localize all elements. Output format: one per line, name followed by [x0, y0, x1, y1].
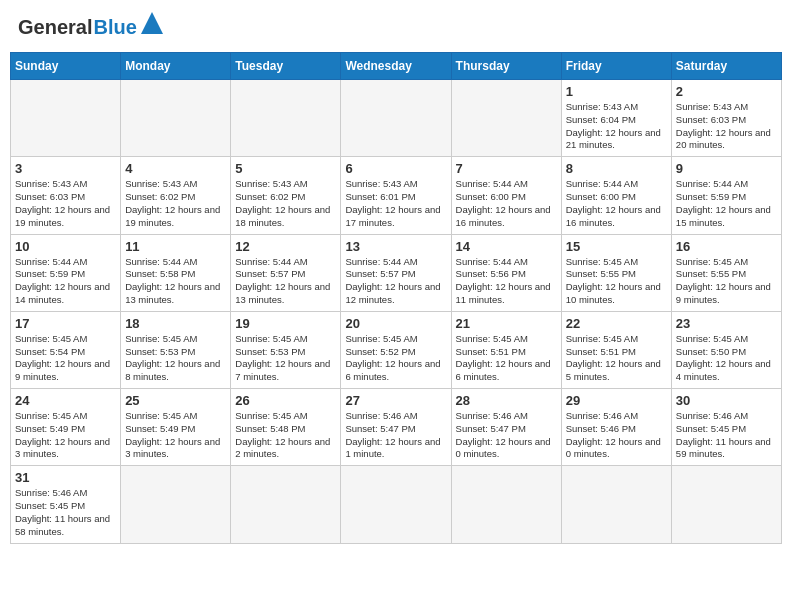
calendar-cell: 8Sunrise: 5:44 AM Sunset: 6:00 PM Daylig… — [561, 157, 671, 234]
calendar-cell — [121, 466, 231, 543]
calendar-cell — [231, 466, 341, 543]
calendar-cell — [561, 466, 671, 543]
calendar-cell: 31Sunrise: 5:46 AM Sunset: 5:45 PM Dayli… — [11, 466, 121, 543]
day-header-tuesday: Tuesday — [231, 53, 341, 80]
day-info: Sunrise: 5:45 AM Sunset: 5:51 PM Dayligh… — [566, 333, 667, 384]
calendar-cell: 7Sunrise: 5:44 AM Sunset: 6:00 PM Daylig… — [451, 157, 561, 234]
day-number: 6 — [345, 161, 446, 176]
day-info: Sunrise: 5:44 AM Sunset: 5:59 PM Dayligh… — [676, 178, 777, 229]
day-number: 11 — [125, 239, 226, 254]
day-number: 31 — [15, 470, 116, 485]
day-info: Sunrise: 5:45 AM Sunset: 5:53 PM Dayligh… — [235, 333, 336, 384]
day-number: 22 — [566, 316, 667, 331]
day-header-thursday: Thursday — [451, 53, 561, 80]
day-number: 10 — [15, 239, 116, 254]
day-info: Sunrise: 5:46 AM Sunset: 5:46 PM Dayligh… — [566, 410, 667, 461]
day-header-wednesday: Wednesday — [341, 53, 451, 80]
calendar-cell: 9Sunrise: 5:44 AM Sunset: 5:59 PM Daylig… — [671, 157, 781, 234]
day-info: Sunrise: 5:44 AM Sunset: 6:00 PM Dayligh… — [456, 178, 557, 229]
day-info: Sunrise: 5:45 AM Sunset: 5:53 PM Dayligh… — [125, 333, 226, 384]
day-number: 26 — [235, 393, 336, 408]
day-info: Sunrise: 5:44 AM Sunset: 5:59 PM Dayligh… — [15, 256, 116, 307]
calendar-cell: 12Sunrise: 5:44 AM Sunset: 5:57 PM Dayli… — [231, 234, 341, 311]
calendar-cell: 24Sunrise: 5:45 AM Sunset: 5:49 PM Dayli… — [11, 389, 121, 466]
day-number: 3 — [15, 161, 116, 176]
day-number: 7 — [456, 161, 557, 176]
calendar-cell: 30Sunrise: 5:46 AM Sunset: 5:45 PM Dayli… — [671, 389, 781, 466]
week-row-1: 1Sunrise: 5:43 AM Sunset: 6:04 PM Daylig… — [11, 80, 782, 157]
day-number: 23 — [676, 316, 777, 331]
day-info: Sunrise: 5:45 AM Sunset: 5:51 PM Dayligh… — [456, 333, 557, 384]
calendar-cell — [341, 80, 451, 157]
week-row-4: 17Sunrise: 5:45 AM Sunset: 5:54 PM Dayli… — [11, 311, 782, 388]
day-info: Sunrise: 5:46 AM Sunset: 5:47 PM Dayligh… — [345, 410, 446, 461]
calendar-cell: 19Sunrise: 5:45 AM Sunset: 5:53 PM Dayli… — [231, 311, 341, 388]
calendar-cell: 4Sunrise: 5:43 AM Sunset: 6:02 PM Daylig… — [121, 157, 231, 234]
calendar-cell: 29Sunrise: 5:46 AM Sunset: 5:46 PM Dayli… — [561, 389, 671, 466]
day-info: Sunrise: 5:43 AM Sunset: 6:02 PM Dayligh… — [125, 178, 226, 229]
day-info: Sunrise: 5:45 AM Sunset: 5:55 PM Dayligh… — [676, 256, 777, 307]
day-info: Sunrise: 5:44 AM Sunset: 5:58 PM Dayligh… — [125, 256, 226, 307]
calendar-cell: 11Sunrise: 5:44 AM Sunset: 5:58 PM Dayli… — [121, 234, 231, 311]
calendar-cell: 21Sunrise: 5:45 AM Sunset: 5:51 PM Dayli… — [451, 311, 561, 388]
day-info: Sunrise: 5:44 AM Sunset: 5:57 PM Dayligh… — [345, 256, 446, 307]
day-number: 17 — [15, 316, 116, 331]
days-row: SundayMondayTuesdayWednesdayThursdayFrid… — [11, 53, 782, 80]
calendar-cell: 3Sunrise: 5:43 AM Sunset: 6:03 PM Daylig… — [11, 157, 121, 234]
logo-blue: Blue — [93, 16, 136, 39]
day-info: Sunrise: 5:45 AM Sunset: 5:55 PM Dayligh… — [566, 256, 667, 307]
day-number: 1 — [566, 84, 667, 99]
day-info: Sunrise: 5:46 AM Sunset: 5:47 PM Dayligh… — [456, 410, 557, 461]
calendar-cell: 6Sunrise: 5:43 AM Sunset: 6:01 PM Daylig… — [341, 157, 451, 234]
calendar-cell: 10Sunrise: 5:44 AM Sunset: 5:59 PM Dayli… — [11, 234, 121, 311]
day-info: Sunrise: 5:44 AM Sunset: 5:57 PM Dayligh… — [235, 256, 336, 307]
day-number: 24 — [15, 393, 116, 408]
day-number: 15 — [566, 239, 667, 254]
day-info: Sunrise: 5:45 AM Sunset: 5:50 PM Dayligh… — [676, 333, 777, 384]
day-header-friday: Friday — [561, 53, 671, 80]
day-header-sunday: Sunday — [11, 53, 121, 80]
svg-marker-0 — [141, 12, 163, 34]
calendar-cell — [451, 80, 561, 157]
day-number: 14 — [456, 239, 557, 254]
day-number: 9 — [676, 161, 777, 176]
week-row-6: 31Sunrise: 5:46 AM Sunset: 5:45 PM Dayli… — [11, 466, 782, 543]
day-header-monday: Monday — [121, 53, 231, 80]
calendar-cell: 5Sunrise: 5:43 AM Sunset: 6:02 PM Daylig… — [231, 157, 341, 234]
day-number: 27 — [345, 393, 446, 408]
day-info: Sunrise: 5:43 AM Sunset: 6:02 PM Dayligh… — [235, 178, 336, 229]
calendar-cell: 16Sunrise: 5:45 AM Sunset: 5:55 PM Dayli… — [671, 234, 781, 311]
logo-triangle-icon — [141, 12, 163, 34]
week-row-2: 3Sunrise: 5:43 AM Sunset: 6:03 PM Daylig… — [11, 157, 782, 234]
day-number: 30 — [676, 393, 777, 408]
day-info: Sunrise: 5:45 AM Sunset: 5:49 PM Dayligh… — [15, 410, 116, 461]
day-info: Sunrise: 5:46 AM Sunset: 5:45 PM Dayligh… — [15, 487, 116, 538]
week-row-5: 24Sunrise: 5:45 AM Sunset: 5:49 PM Dayli… — [11, 389, 782, 466]
day-number: 5 — [235, 161, 336, 176]
logo-icon: General Blue — [18, 14, 163, 40]
calendar: SundayMondayTuesdayWednesdayThursdayFrid… — [10, 52, 782, 544]
logo: General Blue — [18, 14, 163, 40]
calendar-cell: 14Sunrise: 5:44 AM Sunset: 5:56 PM Dayli… — [451, 234, 561, 311]
day-number: 4 — [125, 161, 226, 176]
calendar-cell: 1Sunrise: 5:43 AM Sunset: 6:04 PM Daylig… — [561, 80, 671, 157]
day-info: Sunrise: 5:45 AM Sunset: 5:48 PM Dayligh… — [235, 410, 336, 461]
day-info: Sunrise: 5:43 AM Sunset: 6:04 PM Dayligh… — [566, 101, 667, 152]
day-info: Sunrise: 5:44 AM Sunset: 5:56 PM Dayligh… — [456, 256, 557, 307]
calendar-cell — [451, 466, 561, 543]
week-row-3: 10Sunrise: 5:44 AM Sunset: 5:59 PM Dayli… — [11, 234, 782, 311]
calendar-cell: 20Sunrise: 5:45 AM Sunset: 5:52 PM Dayli… — [341, 311, 451, 388]
calendar-cell: 25Sunrise: 5:45 AM Sunset: 5:49 PM Dayli… — [121, 389, 231, 466]
day-number: 21 — [456, 316, 557, 331]
calendar-cell: 15Sunrise: 5:45 AM Sunset: 5:55 PM Dayli… — [561, 234, 671, 311]
day-info: Sunrise: 5:43 AM Sunset: 6:03 PM Dayligh… — [676, 101, 777, 152]
calendar-cell: 23Sunrise: 5:45 AM Sunset: 5:50 PM Dayli… — [671, 311, 781, 388]
day-info: Sunrise: 5:46 AM Sunset: 5:45 PM Dayligh… — [676, 410, 777, 461]
calendar-body: 1Sunrise: 5:43 AM Sunset: 6:04 PM Daylig… — [11, 80, 782, 544]
day-info: Sunrise: 5:44 AM Sunset: 6:00 PM Dayligh… — [566, 178, 667, 229]
day-number: 16 — [676, 239, 777, 254]
calendar-cell: 13Sunrise: 5:44 AM Sunset: 5:57 PM Dayli… — [341, 234, 451, 311]
calendar-cell: 17Sunrise: 5:45 AM Sunset: 5:54 PM Dayli… — [11, 311, 121, 388]
calendar-cell: 27Sunrise: 5:46 AM Sunset: 5:47 PM Dayli… — [341, 389, 451, 466]
day-info: Sunrise: 5:45 AM Sunset: 5:49 PM Dayligh… — [125, 410, 226, 461]
